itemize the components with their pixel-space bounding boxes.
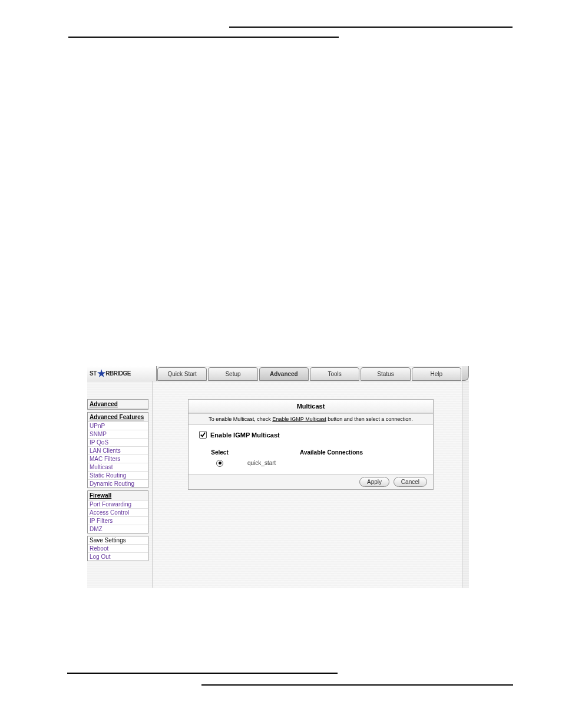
sidebar-item-mac-filters[interactable]: MAC Filters (88, 455, 148, 463)
sidebar-item-ipqos[interactable]: IP QoS (88, 439, 148, 447)
sidebar-item-port-forwarding[interactable]: Port Forwarding (88, 500, 148, 509)
logo-text-prefix: ST (90, 370, 97, 377)
sidebar-item-reboot[interactable]: Reboot (88, 545, 148, 553)
panel-footer: Apply Cancel (189, 474, 433, 489)
enable-multicast-row: Enable IGMP Multicast (199, 431, 422, 439)
sidebar-header-advanced: Advanced (88, 400, 148, 409)
tab-quick-start[interactable]: Quick Start (157, 367, 207, 381)
brand-logo: ST ★ RBRIDGE (87, 366, 157, 381)
tab-advanced[interactable]: Advanced (259, 367, 309, 381)
connection-row: quick_start (199, 459, 422, 467)
content-area: Multicast To enable Multicast, check Ena… (153, 381, 469, 588)
router-admin-ui: ST ★ RBRIDGE Quick Start Setup Advanced … (87, 366, 469, 588)
enable-multicast-label: Enable IGMP Multicast (210, 431, 280, 439)
tab-tools[interactable]: Tools (310, 367, 359, 381)
connection-radio-cell (199, 459, 240, 467)
apply-button[interactable]: Apply (359, 477, 389, 487)
sidebar-item-lan-clients[interactable]: LAN Clients (88, 447, 148, 455)
radio-dot-icon (219, 462, 222, 465)
sidebar-section-actions: Save Settings Reboot Log Out (87, 536, 148, 561)
tab-help[interactable]: Help (412, 367, 461, 381)
main-area: Advanced Advanced Features UPnP SNMP IP … (87, 381, 469, 588)
enable-multicast-checkbox[interactable] (199, 431, 207, 439)
sidebar-item-save-settings[interactable]: Save Settings (88, 536, 148, 545)
panel-title: Multicast (189, 400, 433, 414)
tab-status[interactable]: Status (361, 367, 410, 381)
desc-link: Enable IGMP Multicast (272, 416, 326, 422)
desc-prefix: To enable Multicast, check (209, 416, 272, 422)
sidebar-section-firewall: Firewall Port Forwarding Access Control … (87, 490, 148, 533)
sidebar-header-features: Advanced Features (88, 413, 148, 422)
content-right-decoration (462, 381, 469, 588)
column-select-header: Select (199, 449, 240, 456)
connection-name: quick_start (240, 460, 276, 466)
cancel-button[interactable]: Cancel (394, 477, 427, 487)
connection-radio[interactable] (216, 460, 223, 467)
top-navigation: ST ★ RBRIDGE Quick Start Setup Advanced … (87, 366, 469, 381)
panel-description: To enable Multicast, check Enable IGMP M… (189, 414, 433, 425)
sidebar-item-static-routing[interactable]: Static Routing (88, 472, 148, 480)
tab-setup[interactable]: Setup (208, 367, 257, 381)
sidebar-section-advanced: Advanced (87, 399, 148, 410)
sidebar: Advanced Advanced Features UPnP SNMP IP … (87, 381, 153, 588)
star-icon: ★ (97, 368, 105, 379)
connections-header: Select Available Connections (199, 449, 422, 456)
sidebar-item-dmz[interactable]: DMZ (88, 525, 148, 533)
sidebar-item-multicast[interactable]: Multicast (88, 463, 148, 472)
column-available-header: Available Connections (240, 449, 422, 456)
sidebar-header-firewall: Firewall (88, 491, 148, 500)
sidebar-item-upnp[interactable]: UPnP (88, 422, 148, 430)
sidebar-section-features: Advanced Features UPnP SNMP IP QoS LAN C… (87, 412, 148, 488)
logo-text-suffix: RBRIDGE (105, 370, 131, 377)
sidebar-item-access-control[interactable]: Access Control (88, 509, 148, 517)
sidebar-item-ip-filters[interactable]: IP Filters (88, 517, 148, 525)
checkmark-icon (200, 431, 206, 438)
sidebar-item-dynamic-routing[interactable]: Dynamic Routing (88, 480, 148, 487)
desc-suffix: button and then select a connection. (326, 416, 413, 422)
panel-body: Enable IGMP Multicast Select Available C… (189, 425, 433, 474)
nav-corner-decoration (462, 366, 469, 381)
multicast-panel: Multicast To enable Multicast, check Ena… (188, 399, 434, 490)
sidebar-item-snmp[interactable]: SNMP (88, 430, 148, 439)
sidebar-item-logout[interactable]: Log Out (88, 553, 148, 561)
